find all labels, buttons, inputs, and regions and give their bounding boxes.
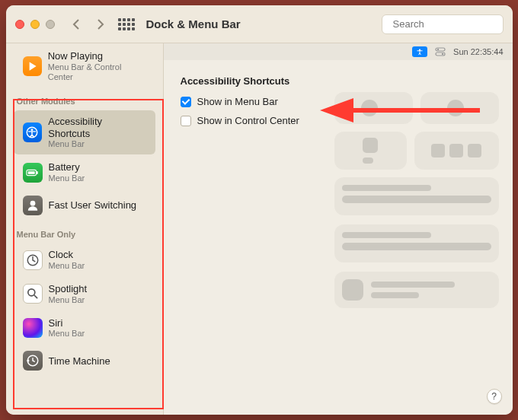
sidebar-item-fast-user-switching[interactable]: Fast User Switching: [14, 190, 155, 221]
titlebar: Dock & Menu Bar: [6, 5, 513, 43]
show-in-control-center-checkbox[interactable]: [181, 116, 191, 126]
show-all-button[interactable]: [116, 14, 137, 35]
back-button[interactable]: [67, 14, 85, 35]
menubar-clock: Sun 22:35:44: [453, 47, 503, 56]
clock-icon: [23, 250, 43, 270]
svg-rect-6: [27, 171, 34, 174]
search-input[interactable]: [393, 18, 513, 30]
menubar-preview: Sun 22:35:44: [164, 43, 513, 60]
show-in-menu-bar-label: Show in Menu Bar: [197, 96, 278, 107]
preferences-window: Dock & Menu Bar Now PlayingMenu Bar & Co…: [6, 5, 513, 415]
forward-button[interactable]: [91, 14, 110, 35]
time-machine-icon: [23, 351, 43, 371]
svg-line-11: [34, 296, 37, 298]
sidebar-item-siri[interactable]: SiriMenu Bar: [14, 312, 155, 345]
svg-point-15: [437, 49, 439, 50]
annotation-arrow-icon: [320, 95, 488, 126]
show-in-menu-bar-checkbox[interactable]: [181, 97, 191, 107]
control-center-icon: [435, 47, 446, 56]
battery-icon: [23, 163, 43, 183]
accessibility-badge-icon: [412, 46, 427, 57]
sidebar-item-now-playing[interactable]: Now PlayingMenu Bar & Control Center: [14, 45, 155, 88]
spotlight-icon: [23, 284, 43, 304]
svg-rect-7: [36, 171, 37, 174]
siri-icon: [23, 318, 43, 338]
minimize-icon[interactable]: [30, 20, 40, 29]
zoom-icon: [46, 20, 55, 29]
user-switching-icon: [23, 196, 43, 215]
section-other-modules: Other Modules: [6, 89, 163, 109]
control-center-preview: [334, 92, 499, 317]
svg-rect-14: [436, 48, 445, 51]
window-title: Dock & Menu Bar: [146, 18, 241, 30]
svg-point-8: [30, 201, 35, 206]
traffic-lights: [15, 20, 55, 29]
svg-rect-16: [436, 52, 445, 56]
sidebar-item-time-machine[interactable]: Time Machine: [14, 345, 155, 376]
search-field[interactable]: [382, 14, 504, 34]
sidebar-item-spotlight[interactable]: SpotlightMenu Bar: [14, 278, 155, 310]
show-in-control-center-label: Show in Control Center: [197, 115, 299, 126]
help-button[interactable]: ?: [487, 389, 502, 404]
svg-point-17: [442, 53, 443, 55]
svg-point-10: [27, 289, 34, 296]
sidebar-item-battery[interactable]: BatteryMenu Bar: [14, 156, 155, 189]
section-menu-bar-only: Menu Bar Only: [6, 222, 163, 242]
sidebar-item-accessibility-shortcuts[interactable]: Accessibility ShortcutsMenu Bar: [14, 110, 155, 154]
svg-marker-2: [30, 62, 37, 70]
svg-point-4: [31, 129, 34, 131]
close-icon[interactable]: [15, 20, 24, 29]
accessibility-icon: [23, 123, 43, 142]
sidebar: Now PlayingMenu Bar & Control Center Oth…: [6, 43, 164, 415]
sidebar-item-clock[interactable]: ClockMenu Bar: [14, 243, 155, 276]
pane-heading: Accessibility Shortcuts: [181, 75, 496, 87]
now-playing-icon: [23, 56, 42, 76]
svg-marker-19: [320, 98, 353, 123]
